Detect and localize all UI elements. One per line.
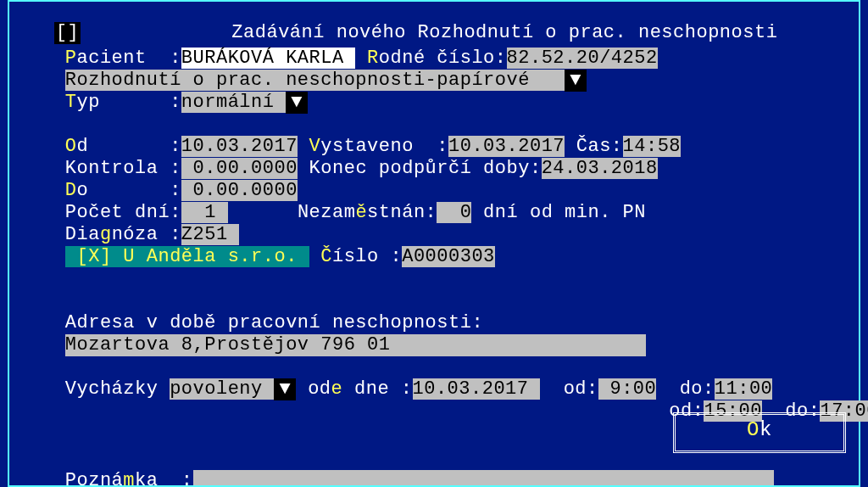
hotkey: O [747,418,760,441]
row-do: Do : 0.00.0000 [19,158,853,180]
row-organization: [X] U Anděla s.r.o. Číslo :A0000303 [19,224,853,246]
type-field[interactable]: normální [181,92,286,113]
dropdown-down-icon[interactable]: ▼ [286,92,308,114]
number-field[interactable]: A0000303 [402,246,495,267]
hotkey: T [65,92,77,113]
row-patient: PPacient :acient :BURÁKOVÁ KARLA Rodné č… [19,25,853,48]
title-bar: [] Zadávání nového Rozhodnutí o prac. ne… [8,0,860,22]
row-type: Typ :normální ▼ [19,70,853,92]
address-heading: Adresa v době pracovní neschopnosti: [19,290,853,312]
row-walks-2: od:15:00 do:17:00 [19,378,853,400]
row-kontrola: Kontrola : 0.00.0000 Konec podpůrčí doby… [19,136,853,158]
address-field[interactable]: Mozartova 8,Prostějov 796 01 [65,334,646,356]
row-walks: Vycházky povoleny ▼ ode dne :10.03.2017 … [19,356,853,378]
row-decision-type: Rozhodnutí o prac. neschopnosti-papírové… [19,48,853,70]
note-field[interactable] [193,470,774,487]
row-dates-from: Od :10.03.2017 Vystaveno :10.03.2017 Čas… [19,114,853,136]
hotkey: Č [320,246,332,267]
row-address: Mozartova 8,Prostějov 796 01 [19,312,853,334]
ok-button[interactable]: Ok [673,412,846,453]
row-days: Počet dní: 1 Nezaměstnán: 0 dní od min. … [19,180,853,202]
organization-checkbox[interactable]: [X] U Anděla s.r.o. [65,246,309,267]
hotkey: m [123,470,135,487]
row-diagnosis: Diagnóza :Z251 [19,202,853,224]
